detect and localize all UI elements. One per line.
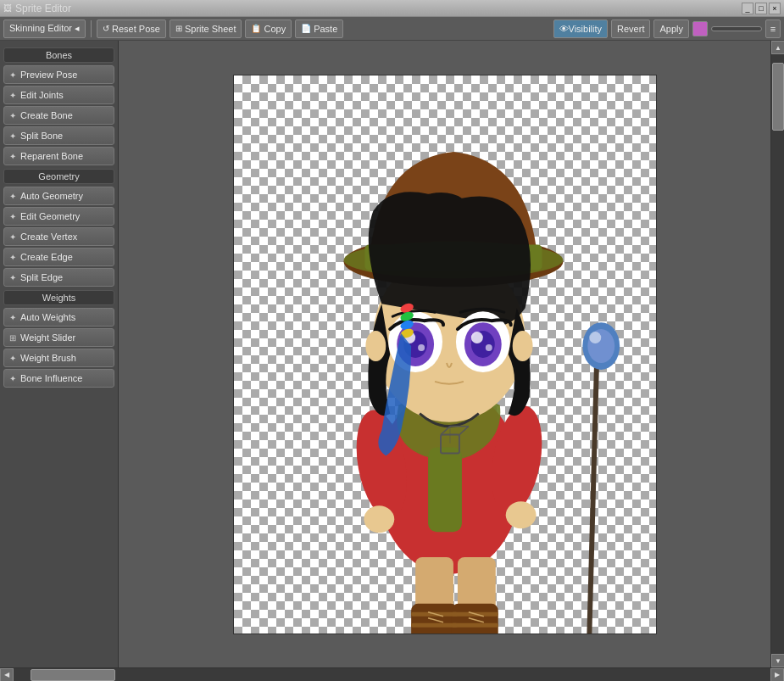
scroll-thumb-vertical[interactable]	[772, 63, 784, 131]
eye-icon: 👁	[559, 24, 569, 34]
svg-point-10	[512, 331, 532, 361]
geometry-section-header: Geometry	[3, 169, 114, 184]
reset-pose-icon: ↺	[103, 24, 109, 33]
create-vertex-icon: ✦	[9, 232, 16, 242]
svg-point-15	[418, 344, 425, 351]
geometry-buttons: ✦ Auto Geometry ✦ Edit Geometry ✦ Create…	[3, 187, 114, 287]
paste-icon: 📄	[301, 24, 311, 33]
sprite-canvas[interactable]	[233, 75, 657, 634]
left-panel: Bones ✦ Preview Pose ✦ Edit Joints ✦ Cre…	[0, 41, 119, 667]
split-bone-button[interactable]: ✦ Split Bone	[3, 126, 114, 145]
copy-button[interactable]: 📋 Copy	[245, 20, 292, 38]
skinning-editor-dropdown[interactable]: Skinning Editor ◂	[3, 20, 86, 38]
sprite-sheet-icon: ⊞	[175, 24, 182, 33]
bones-buttons: ✦ Preview Pose ✦ Edit Joints ✦ Create Bo…	[3, 65, 114, 165]
title-bar: 🖼 Sprite Editor _ □ ×	[0, 0, 784, 17]
auto-geometry-button[interactable]: ✦ Auto Geometry	[3, 187, 114, 205]
extra-options-button[interactable]: ≡	[765, 20, 781, 38]
auto-geometry-icon: ✦	[9, 192, 16, 201]
toolbar-separator-1	[91, 20, 92, 37]
weight-slider-icon: ⊞	[9, 333, 16, 343]
bones-section-header: Bones	[3, 47, 114, 63]
reset-pose-button[interactable]: ↺ Reset Pose	[97, 20, 166, 38]
scroll-down-button[interactable]: ▼	[771, 654, 784, 667]
bottom-bar: ◀ ▶	[0, 667, 784, 681]
sprite-sheet-button[interactable]: ⊞ Sprite Sheet	[170, 20, 242, 38]
scroll-right-button[interactable]: ▶	[770, 668, 784, 682]
svg-rect-33	[451, 603, 498, 633]
svg-point-49	[505, 501, 536, 528]
toolbar: Skinning Editor ◂ ↺ Reset Pose ⊞ Sprite …	[0, 17, 784, 41]
weights-buttons: ✦ Auto Weights ⊞ Weight Slider ✦ Weight …	[3, 308, 114, 388]
split-edge-icon: ✦	[9, 273, 16, 282]
vis-controls: 👁 Visibility Revert Apply ≡	[553, 20, 781, 38]
paste-button[interactable]: 📄 Paste	[295, 20, 343, 38]
reparent-bone-icon: ✦	[9, 152, 16, 161]
weight-slider-button[interactable]: ⊞ Weight Slider	[3, 328, 114, 347]
edit-joints-button[interactable]: ✦ Edit Joints	[3, 86, 114, 104]
auto-weights-button[interactable]: ✦ Auto Weights	[3, 308, 114, 327]
copy-icon: 📋	[251, 24, 261, 33]
main-layout: Bones ✦ Preview Pose ✦ Edit Joints ✦ Cre…	[0, 41, 784, 667]
edit-geometry-button[interactable]: ✦ Edit Geometry	[3, 207, 114, 226]
scroll-thumb-horizontal[interactable]	[31, 669, 115, 681]
svg-rect-37	[451, 622, 498, 627]
svg-rect-32	[411, 603, 458, 633]
bone-influence-icon: ✦	[9, 374, 16, 383]
split-edge-button[interactable]: ✦ Split Edge	[3, 268, 114, 287]
minimize-button[interactable]: _	[742, 3, 753, 14]
svg-point-45	[589, 332, 601, 343]
visibility-button[interactable]: 👁 Visibility	[553, 20, 609, 38]
close-button[interactable]: ×	[769, 3, 781, 14]
canvas-area[interactable]	[119, 41, 770, 667]
svg-point-20	[485, 344, 492, 351]
preview-pose-button[interactable]: ✦ Preview Pose	[3, 65, 114, 84]
create-vertex-button[interactable]: ✦ Create Vertex	[3, 227, 114, 246]
title-bar-text: Sprite Editor	[15, 3, 71, 14]
create-edge-button[interactable]: ✦ Create Edge	[3, 248, 114, 266]
scroll-up-button[interactable]: ▲	[771, 41, 784, 54]
scroll-track-vertical[interactable]	[771, 54, 784, 654]
color-swatch[interactable]	[692, 21, 708, 36]
preview-pose-icon: ✦	[9, 70, 16, 80]
title-bar-controls: _ □ ×	[742, 3, 781, 14]
create-edge-icon: ✦	[9, 253, 16, 262]
apply-button[interactable]: Apply	[653, 20, 689, 38]
svg-rect-3	[428, 447, 462, 532]
svg-point-48	[364, 505, 394, 533]
svg-rect-35	[411, 622, 458, 627]
auto-weights-icon: ✦	[9, 313, 16, 322]
character-display	[234, 75, 656, 634]
weight-brush-icon: ✦	[9, 354, 16, 363]
reparent-bone-button[interactable]: ✦ Reparent Bone	[3, 147, 114, 165]
weight-brush-button[interactable]: ✦ Weight Brush	[3, 349, 114, 367]
right-scrollbar: ▲ ▼	[770, 41, 784, 667]
edit-joints-icon: ✦	[9, 91, 16, 100]
opacity-slider[interactable]	[711, 26, 762, 31]
skinning-editor-label: Skinning Editor ◂	[9, 23, 80, 34]
create-bone-button[interactable]: ✦ Create Bone	[3, 106, 114, 125]
weights-section-header: Weights	[3, 290, 114, 305]
svg-point-19	[470, 332, 482, 343]
scroll-left-button[interactable]: ◀	[0, 668, 14, 682]
svg-point-9	[365, 331, 386, 361]
bone-influence-button[interactable]: ✦ Bone Influence	[3, 369, 114, 388]
app-icon: 🖼	[3, 3, 12, 13]
create-bone-icon: ✦	[9, 111, 16, 120]
svg-line-42	[588, 354, 597, 634]
revert-button[interactable]: Revert	[611, 20, 650, 38]
split-bone-icon: ✦	[9, 131, 16, 141]
maximize-button[interactable]: □	[755, 3, 767, 14]
scroll-track-horizontal[interactable]	[14, 668, 770, 682]
edit-geometry-icon: ✦	[9, 212, 16, 221]
